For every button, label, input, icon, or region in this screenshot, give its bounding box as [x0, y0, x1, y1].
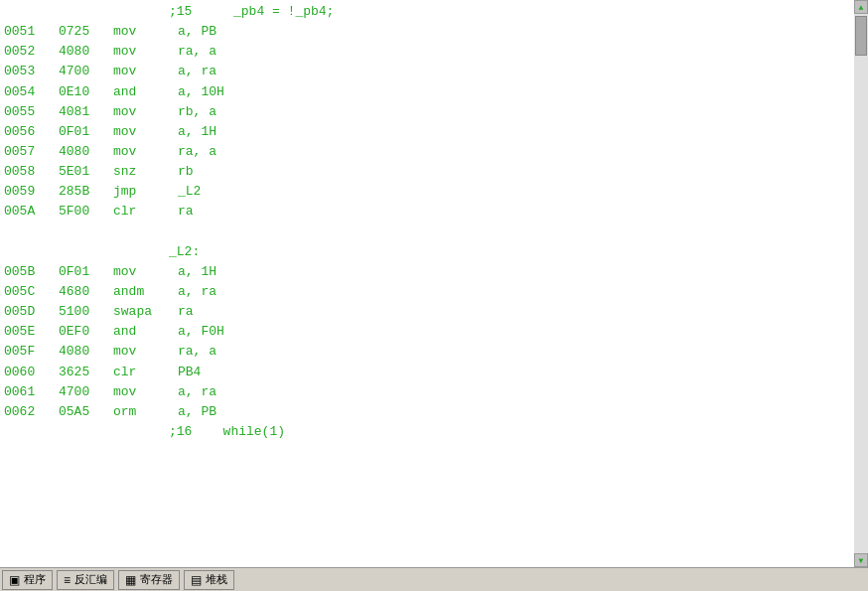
status-registers[interactable]: ▦ 寄存器	[118, 570, 180, 590]
code-line: 00554081movrb, a	[0, 102, 854, 122]
operand: a, 1H	[178, 122, 217, 142]
operand: a, 1H	[178, 262, 217, 282]
status-program[interactable]: ▣ 程序	[2, 570, 53, 590]
disasm-icon: ≡	[64, 573, 71, 587]
addr: 0053	[4, 62, 59, 81]
mnemonic: clr	[113, 202, 178, 222]
mnemonic: mov	[113, 262, 178, 282]
program-icon: ▣	[9, 573, 20, 587]
addr: 005D	[4, 302, 59, 322]
label-text: _L2:	[169, 242, 200, 262]
mnemonic: mov	[113, 142, 178, 162]
hex: 4700	[59, 62, 113, 81]
addr: 0062	[4, 402, 59, 422]
code-line: 00585E01snzrb	[0, 162, 854, 182]
hex: 4680	[59, 282, 113, 302]
operand: a, ra	[178, 282, 217, 302]
hex: 0EF0	[59, 322, 113, 342]
addr: 0056	[4, 122, 59, 142]
mnemonic: jmp	[113, 182, 178, 202]
operand: ra, a	[178, 142, 217, 162]
mnemonic: clr	[113, 363, 178, 382]
operand: PB4	[178, 363, 201, 382]
operand: ra, a	[178, 342, 217, 362]
operand: a, PB	[178, 22, 217, 42]
hex: 4080	[59, 42, 113, 62]
addr: 0051	[4, 22, 59, 42]
status-program-label: 程序	[24, 572, 46, 587]
addr: 0060	[4, 363, 59, 382]
addr: 0058	[4, 162, 59, 182]
code-line: 00603625clrPB4	[0, 363, 854, 382]
status-stack-label: 堆栈	[206, 572, 227, 587]
addr: 0055	[4, 102, 59, 122]
main-area: ;15 _pb4 = !_pb4; 00510725mova, PB005240…	[0, 0, 868, 567]
hex: 05A5	[59, 402, 113, 422]
mnemonic: andm	[113, 282, 178, 302]
hex: 3625	[59, 363, 113, 382]
registers-icon: ▦	[125, 573, 136, 587]
empty-line	[0, 222, 854, 242]
hex: 0F01	[59, 262, 113, 282]
hex: 0F01	[59, 122, 113, 142]
mnemonic: mov	[113, 22, 178, 42]
operand: ra	[178, 302, 194, 322]
addr: 0054	[4, 82, 59, 102]
operand: a, 10H	[178, 82, 224, 102]
scrollbar-down-button[interactable]: ▼	[854, 553, 868, 567]
status-disasm[interactable]: ≡ 反汇编	[57, 570, 114, 590]
hex: 4080	[59, 342, 113, 362]
statusbar: ▣ 程序 ≡ 反汇编 ▦ 寄存器 ▤ 堆栈	[0, 567, 868, 591]
code-line: 00510725mova, PB	[0, 22, 854, 42]
code-lines: 00510725mova, PB00524080movra, a00534700…	[0, 22, 854, 442]
code-line: 005A5F00clrra	[0, 202, 854, 222]
addr: 005E	[4, 322, 59, 342]
hex: 4080	[59, 142, 113, 162]
code-line: ;16 while(1)	[0, 422, 854, 442]
operand: rb	[178, 162, 194, 182]
top-comment-text: _pb4 = !_pb4;	[233, 2, 334, 22]
operand: a, ra	[178, 382, 217, 402]
hex: 4081	[59, 102, 113, 122]
mnemonic: mov	[113, 62, 178, 81]
operand: a, PB	[178, 402, 217, 422]
code-line: _L2:	[0, 242, 854, 262]
operand: ra	[178, 202, 194, 222]
scrollbar-thumb[interactable]	[855, 16, 867, 56]
hex: 0E10	[59, 82, 113, 102]
operand: rb, a	[178, 102, 217, 122]
mnemonic: mov	[113, 122, 178, 142]
mnemonic: and	[113, 82, 178, 102]
code-line: 00524080movra, a	[0, 42, 854, 62]
operand: _L2	[178, 182, 201, 202]
code-area: ;15 _pb4 = !_pb4; 00510725mova, PB005240…	[0, 0, 854, 567]
code-line: 00540E10anda, 10H	[0, 82, 854, 102]
top-comment-line: ;15 _pb4 = !_pb4;	[0, 2, 854, 22]
top-comment-indent: ;15	[169, 2, 233, 22]
addr: 005B	[4, 262, 59, 282]
mnemonic: mov	[113, 102, 178, 122]
status-disasm-label: 反汇编	[74, 572, 107, 587]
code-line: 006205A5orma, PB	[0, 402, 854, 422]
addr: 0059	[4, 182, 59, 202]
code-line: 005E0EF0anda, F0H	[0, 322, 854, 342]
hex: 5E01	[59, 162, 113, 182]
mnemonic: mov	[113, 342, 178, 362]
mnemonic: snz	[113, 162, 178, 182]
mnemonic: mov	[113, 42, 178, 62]
comment-text: ;16 while(1)	[169, 422, 285, 442]
code-line: 005C4680andma, ra	[0, 282, 854, 302]
stack-icon: ▤	[191, 573, 202, 587]
code-line: 005D5100swapara	[0, 302, 854, 322]
code-line: 0059285Bjmp_L2	[0, 182, 854, 202]
status-stack[interactable]: ▤ 堆栈	[184, 570, 234, 590]
code-line: 00574080movra, a	[0, 142, 854, 162]
hex: 285B	[59, 182, 113, 202]
scrollbar-up-button[interactable]: ▲	[854, 0, 868, 14]
addr: 0052	[4, 42, 59, 62]
hex: 5F00	[59, 202, 113, 222]
addr: 0057	[4, 142, 59, 162]
status-registers-label: 寄存器	[140, 572, 173, 587]
hex: 5100	[59, 302, 113, 322]
hex: 0725	[59, 22, 113, 42]
